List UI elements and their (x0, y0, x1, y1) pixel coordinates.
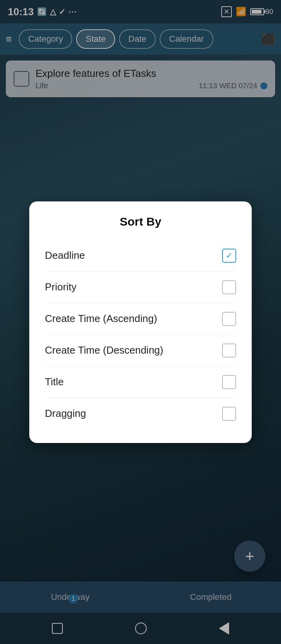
sort-checkbox-create-desc[interactable]: ✓ (222, 343, 236, 358)
modal-overlay[interactable]: Sort By Deadline ✓ Priority ✓ Create Tim… (0, 0, 281, 644)
sort-option-create-asc-label: Create Time (Ascending) (45, 313, 157, 325)
sort-checkbox-dragging[interactable]: ✓ (222, 407, 236, 421)
sort-option-deadline-label: Deadline (45, 249, 85, 262)
sort-option-priority-label: Priority (45, 281, 76, 293)
sort-option-create-desc[interactable]: Create Time (Descending) ✓ (45, 335, 236, 366)
sort-dialog-title: Sort By (45, 215, 236, 228)
sort-dialog: Sort By Deadline ✓ Priority ✓ Create Tim… (29, 201, 252, 443)
sort-checkbox-create-asc[interactable]: ✓ (222, 312, 236, 326)
sort-option-title[interactable]: Title ✓ (45, 366, 236, 398)
sort-option-deadline[interactable]: Deadline ✓ (45, 240, 236, 272)
sort-option-title-label: Title (45, 376, 64, 388)
sort-option-create-desc-label: Create Time (Descending) (45, 344, 163, 356)
sort-checkbox-deadline[interactable]: ✓ (222, 249, 236, 263)
checkmark-deadline: ✓ (226, 251, 233, 261)
sort-checkbox-priority[interactable]: ✓ (222, 280, 236, 294)
sort-checkbox-title[interactable]: ✓ (222, 375, 236, 389)
sort-option-create-asc[interactable]: Create Time (Ascending) ✓ (45, 303, 236, 335)
sort-option-dragging[interactable]: Dragging ✓ (45, 398, 236, 429)
sort-option-dragging-label: Dragging (45, 407, 86, 420)
sort-option-priority[interactable]: Priority ✓ (45, 272, 236, 303)
